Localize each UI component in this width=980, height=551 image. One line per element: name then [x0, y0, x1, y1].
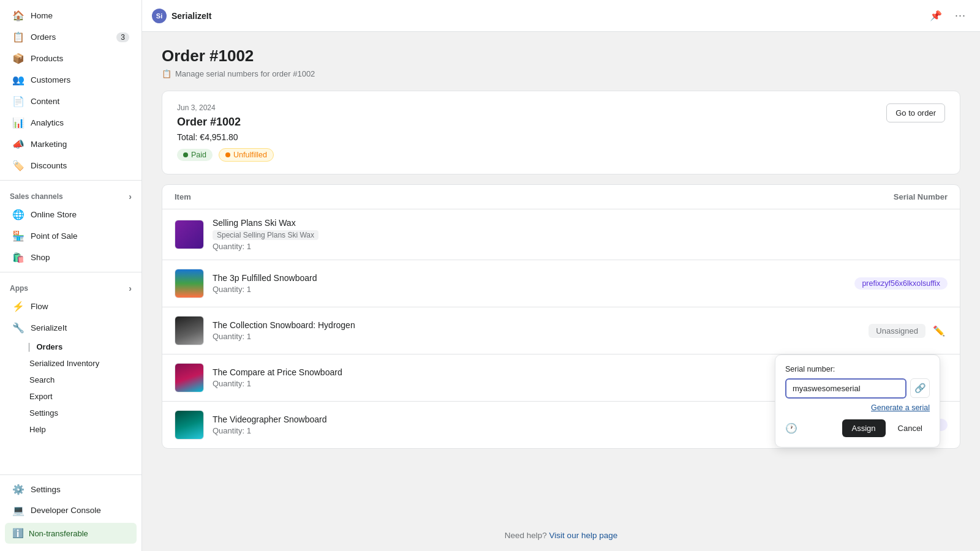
footer-text: Need help? — [505, 531, 547, 540]
sidebar-nav-orders[interactable]: 📋 Orders 3 — [5, 27, 137, 47]
topbar: Si SerializeIt 📌 ··· — [142, 0, 980, 32]
orders-sub-connector: │ — [27, 343, 32, 351]
settings-icon: ⚙️ — [12, 484, 24, 495]
assign-button[interactable]: Assign — [842, 419, 886, 437]
sidebar-item-label: Developer Console — [31, 506, 101, 515]
divider-1 — [0, 180, 141, 181]
non-transferable-label: Non-transferable — [29, 529, 88, 538]
item-qty: Quantity: 1 — [213, 332, 764, 341]
sidebar-item-label: Settings — [31, 485, 61, 494]
sidebar-item-label: Marketing — [31, 140, 67, 149]
item-info-ski-wax: Selling Plans Ski Wax Special Selling Pl… — [213, 218, 764, 251]
item-name: The Collection Snowboard: Hydrogen — [213, 320, 764, 330]
serial-col-hydrogen: Unassigned ✏️ Serial number: 🔗 Generate … — [764, 324, 948, 338]
sidebar-nav-content[interactable]: 📄 Content — [5, 91, 137, 111]
order-status: Paid Unfulfilled — [177, 148, 274, 162]
apps-expand-icon[interactable]: › — [129, 283, 132, 293]
sidebar-sub-label: Serialized Inventory — [29, 359, 99, 368]
help-link[interactable]: Visit our help page — [549, 531, 618, 540]
sidebar-sub-search[interactable]: Search — [5, 372, 137, 388]
orders-icon: 📋 — [12, 31, 24, 43]
page-subtitle: 📋 Manage serial numbers for order #1002 — [162, 69, 960, 78]
table-row: The Collection Snowboard: Hydrogen Quant… — [162, 307, 960, 354]
sales-channels-expand-icon[interactable]: › — [129, 192, 132, 201]
generate-serial-link[interactable]: Generate a serial — [785, 403, 930, 412]
brand-icon-text: Si — [156, 12, 162, 20]
sidebar-sub-label: Settings — [29, 408, 58, 418]
sidebar-sub-help[interactable]: Help — [5, 422, 137, 437]
apps-section: Apps › — [0, 276, 141, 296]
edit-serial-button[interactable]: ✏️ — [930, 324, 948, 338]
serial-number-input[interactable] — [785, 378, 907, 399]
paid-dot — [183, 152, 188, 157]
item-thumbnail-ski-wax — [175, 220, 204, 249]
item-thumbnail-cp — [175, 363, 204, 392]
sidebar-item-label: Products — [31, 54, 63, 63]
sidebar-nav-discounts[interactable]: 🏷️ Discounts — [5, 156, 137, 176]
order-card: Jun 3, 2024 Order #1002 Total: €4,951.80… — [162, 91, 960, 174]
order-date: Jun 3, 2024 — [177, 103, 274, 112]
sidebar-item-label: Online Store — [31, 210, 77, 219]
sidebar-sub-orders[interactable]: │ Orders — [5, 339, 137, 354]
item-info-3p: The 3p Fulfilled Snowboard Quantity: 1 — [213, 273, 764, 294]
serial-input-row: 🔗 — [785, 378, 930, 399]
sidebar-nav-home[interactable]: 🏠 Home — [5, 6, 137, 26]
link-icon-button[interactable]: 🔗 — [910, 378, 930, 398]
go-to-order-button[interactable]: Go to order — [886, 103, 945, 122]
sidebar-item-label: Orders — [31, 32, 56, 42]
customers-icon: 👥 — [12, 74, 24, 86]
sidebar-nav-flow[interactable]: ⚡ Flow — [5, 296, 137, 317]
subtitle-text: Manage serial numbers for order #1002 — [175, 69, 315, 78]
sidebar-nav-serializeit[interactable]: 🔧 SerializeIt — [5, 318, 137, 338]
serial-number-popover: Serial number: 🔗 Generate a serial 🕐 Ass… — [775, 354, 940, 448]
subtitle-icon: 📋 — [162, 69, 172, 78]
sidebar: 🏠 Home 📋 Orders 3 📦 Products 👥 Customers… — [0, 0, 142, 551]
marketing-icon: 📣 — [12, 138, 24, 150]
discounts-icon: 🏷️ — [12, 160, 24, 171]
sidebar-nav-point-of-sale[interactable]: 🏪 Point of Sale — [5, 226, 137, 246]
sidebar-item-label: Shop — [31, 253, 50, 262]
orders-badge: 3 — [116, 32, 129, 42]
sidebar-item-label: Content — [31, 97, 59, 106]
sidebar-nav-customers[interactable]: 👥 Customers — [5, 70, 137, 90]
pin-button[interactable]: 📌 — [926, 6, 946, 26]
order-total: Total: €4,951.80 — [177, 132, 274, 142]
serializeit-icon: 🔧 — [12, 322, 24, 334]
topbar-brand: Si SerializeIt — [152, 9, 211, 23]
sidebar-nav-analytics[interactable]: 📊 Analytics — [5, 113, 137, 133]
brand-icon: Si — [152, 9, 167, 23]
cancel-button[interactable]: Cancel — [891, 419, 930, 437]
col-header-serial: Serial Number — [764, 192, 948, 201]
sidebar-nav-online-store[interactable]: 🌐 Online Store — [5, 204, 137, 225]
pos-icon: 🏪 — [12, 230, 24, 242]
sidebar-item-label: Analytics — [31, 118, 64, 127]
sidebar-item-label: SerializeIt — [31, 323, 67, 332]
sales-channels-section: Sales channels › — [0, 184, 141, 204]
item-name: Selling Plans Ski Wax — [213, 218, 764, 228]
sidebar-sub-label: Help — [29, 425, 46, 434]
sidebar-nav-settings[interactable]: ⚙️ Settings — [5, 479, 137, 500]
unfulfilled-badge: Unfulfilled — [219, 148, 274, 162]
sidebar-sub-settings[interactable]: Settings — [5, 405, 137, 421]
more-button[interactable]: ··· — [951, 6, 970, 26]
topbar-actions: 📌 ··· — [926, 6, 970, 26]
page-footer: Need help? Visit our help page — [142, 520, 980, 551]
sidebar-item-label: Point of Sale — [31, 231, 78, 241]
sidebar-nav-developer-console[interactable]: 💻 Developer Console — [5, 500, 137, 520]
online-store-icon: 🌐 — [12, 209, 24, 220]
order-number: Order #1002 — [177, 116, 274, 129]
shop-icon: 🛍️ — [12, 252, 24, 263]
item-thumbnail-hydrogen — [175, 316, 204, 345]
sidebar-bottom: ⚙️ Settings 💻 Developer Console ℹ️ Non-t… — [0, 474, 141, 546]
item-qty: Quantity: 1 — [213, 379, 764, 388]
item-name: The Videographer Snowboard — [213, 414, 764, 424]
sidebar-sub-export[interactable]: Export — [5, 389, 137, 404]
sidebar-nav-marketing[interactable]: 📣 Marketing — [5, 134, 137, 154]
sidebar-nav-products[interactable]: 📦 Products — [5, 48, 137, 69]
non-transferable-icon: ℹ️ — [12, 528, 24, 539]
sidebar-nav-shop[interactable]: 🛍️ Shop — [5, 247, 137, 268]
content-icon: 📄 — [12, 96, 24, 107]
paid-badge: Paid — [177, 149, 213, 161]
order-header-row: Jun 3, 2024 Order #1002 Total: €4,951.80… — [177, 103, 945, 162]
sidebar-sub-serialized-inventory[interactable]: Serialized Inventory — [5, 356, 137, 371]
